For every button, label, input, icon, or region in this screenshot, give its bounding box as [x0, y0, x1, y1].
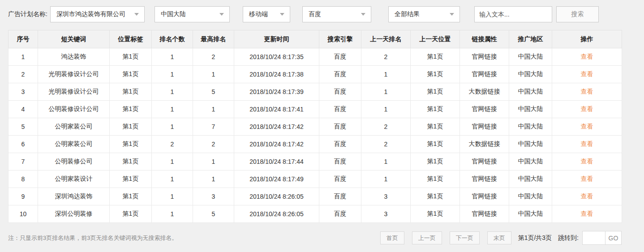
table-cell: 第1页 — [411, 118, 460, 136]
table-cell: 2018/10/24 8:26:05 — [234, 188, 319, 205]
table-cell: 第1页 — [411, 205, 460, 223]
table-cell: 官网链接 — [460, 101, 509, 118]
column-header-prev-pos: 上一天位置 — [411, 30, 460, 48]
table-cell: 中国大陆 — [509, 66, 552, 83]
table-cell: 第1页 — [110, 153, 152, 171]
table-cell: 第1页 — [110, 188, 152, 205]
table-cell: 10 — [9, 205, 38, 223]
jump-label: 跳转到: — [558, 234, 579, 242]
ad-plan-select[interactable]: 深圳市鸿达装饰有限公司 — [50, 6, 145, 22]
table-cell: 第1页 — [411, 171, 460, 188]
device-select-value: 移动端 — [249, 10, 268, 18]
table-cell: 第1页 — [411, 136, 460, 153]
table-cell: 1 — [361, 153, 411, 171]
first-page-button[interactable]: 首页 — [380, 231, 404, 244]
view-link[interactable]: 查看 — [581, 105, 593, 112]
search-input[interactable] — [474, 6, 552, 22]
table-cell: 官网链接 — [460, 188, 509, 205]
action-cell: 查看 — [552, 118, 622, 136]
search-button[interactable]: 搜索 — [556, 6, 599, 22]
region-select[interactable]: 中国大陆 — [155, 6, 230, 22]
ad-plan-select-value: 深圳市鸿达装饰有限公司 — [56, 10, 125, 18]
table-cell: 第1页 — [411, 83, 460, 101]
table-cell: 3 — [361, 188, 411, 205]
table-cell: 第1页 — [110, 83, 152, 101]
view-link[interactable]: 查看 — [581, 210, 593, 217]
table-cell: 1 — [152, 188, 193, 205]
view-link[interactable]: 查看 — [581, 88, 593, 95]
table-row: 7公明装修公司第1页112018/10/24 8:17:44百度1第1页官网链接… — [9, 153, 622, 171]
table-cell: 1 — [152, 48, 193, 66]
table-cell: 鸿达装饰 — [38, 48, 110, 66]
table-cell: 1 — [152, 205, 193, 223]
table-row: 6公明家装公司第1页222018/10/24 8:17:42百度2第1页大数据链… — [9, 136, 622, 153]
chevron-down-icon — [280, 13, 284, 16]
action-cell: 查看 — [552, 101, 622, 118]
table-cell: 大数据链接 — [460, 83, 509, 101]
table-cell: 百度 — [319, 171, 361, 188]
table-cell: 第1页 — [110, 171, 152, 188]
table-cell: 2018/10/24 8:17:42 — [234, 118, 319, 136]
view-link[interactable]: 查看 — [581, 175, 593, 182]
table-cell: 9 — [9, 188, 38, 205]
prev-page-button[interactable]: 上一页 — [412, 231, 442, 244]
search-engine-select[interactable]: 百度 — [302, 6, 371, 22]
table-cell: 1 — [361, 101, 411, 118]
table-cell: 第1页 — [411, 101, 460, 118]
keyword-rank-table: 序号 短关键词 位置标签 排名个数 最高排名 更新时间 搜索引擎 上一天排名 上… — [8, 30, 622, 223]
view-link[interactable]: 查看 — [581, 53, 593, 60]
table-row: 2光明装修设计公司第1页112018/10/24 8:17:38百度1第1页官网… — [9, 66, 622, 83]
table-cell: 1 — [193, 101, 234, 118]
table-cell: 1 — [193, 153, 234, 171]
view-link[interactable]: 查看 — [581, 192, 593, 200]
view-link[interactable]: 查看 — [581, 70, 593, 77]
table-cell: 官网链接 — [460, 171, 509, 188]
jump-input[interactable] — [583, 231, 605, 244]
table-cell: 2018/10/24 8:17:44 — [234, 153, 319, 171]
column-header-index: 序号 — [9, 30, 38, 48]
next-page-button[interactable]: 下一页 — [450, 231, 480, 244]
table-cell: 1 — [152, 118, 193, 136]
column-header-link-attr: 链接属性 — [460, 30, 509, 48]
table-cell: 2018/10/24 8:17:35 — [234, 48, 319, 66]
table-cell: 官网链接 — [460, 205, 509, 223]
table-row: 1鸿达装饰第1页122018/10/24 8:17:35百度2第1页官网链接中国… — [9, 48, 622, 66]
column-header-keyword: 短关键词 — [38, 30, 110, 48]
footer: 注：只显示前3页排名结果，前3页无排名关键词视为无搜索排名。 首页 上一页 下一… — [8, 231, 622, 245]
action-cell: 查看 — [552, 83, 622, 101]
table-cell: 7 — [9, 153, 38, 171]
table-cell: 中国大陆 — [509, 188, 552, 205]
last-page-button[interactable]: 末页 — [487, 231, 511, 244]
table-cell: 2 — [361, 118, 411, 136]
table-cell: 2018/10/24 8:17:42 — [234, 136, 319, 153]
column-header-rank-count: 排名个数 — [152, 30, 193, 48]
table-cell: 2018/10/24 8:17:49 — [234, 171, 319, 188]
chevron-down-icon — [361, 13, 365, 16]
search-engine-select-value: 百度 — [309, 10, 321, 18]
table-cell: 第1页 — [110, 205, 152, 223]
view-link[interactable]: 查看 — [581, 158, 593, 165]
table-cell: 公明家装公司 — [38, 136, 110, 153]
table-cell: 中国大陆 — [509, 101, 552, 118]
column-header-position-tag: 位置标签 — [110, 30, 152, 48]
table-cell: 深圳公明装修 — [38, 205, 110, 223]
result-type-select[interactable]: 全部结果 — [388, 6, 460, 22]
table-row: 8公明家装设计第1页112018/10/24 8:17:49百度1第1页官网链接… — [9, 171, 622, 188]
device-select[interactable]: 移动端 — [243, 6, 290, 22]
table-row: 4公明装修设计公司第1页112018/10/24 8:17:41百度1第1页官网… — [9, 101, 622, 118]
view-link[interactable]: 查看 — [581, 123, 593, 130]
action-cell: 查看 — [552, 153, 622, 171]
table-cell: 1 — [152, 66, 193, 83]
table-cell: 2 — [193, 48, 234, 66]
table-cell: 2018/10/24 8:17:38 — [234, 66, 319, 83]
column-header-update-time: 更新时间 — [234, 30, 319, 48]
view-link[interactable]: 查看 — [581, 140, 593, 147]
table-cell: 7 — [193, 118, 234, 136]
table-cell: 中国大陆 — [509, 83, 552, 101]
go-button[interactable]: GO — [605, 231, 621, 244]
table-cell: 1 — [152, 153, 193, 171]
table-cell: 百度 — [319, 136, 361, 153]
table-cell: 1 — [9, 48, 38, 66]
table-header-row: 序号 短关键词 位置标签 排名个数 最高排名 更新时间 搜索引擎 上一天排名 上… — [9, 30, 622, 48]
table-cell: 3 — [193, 188, 234, 205]
